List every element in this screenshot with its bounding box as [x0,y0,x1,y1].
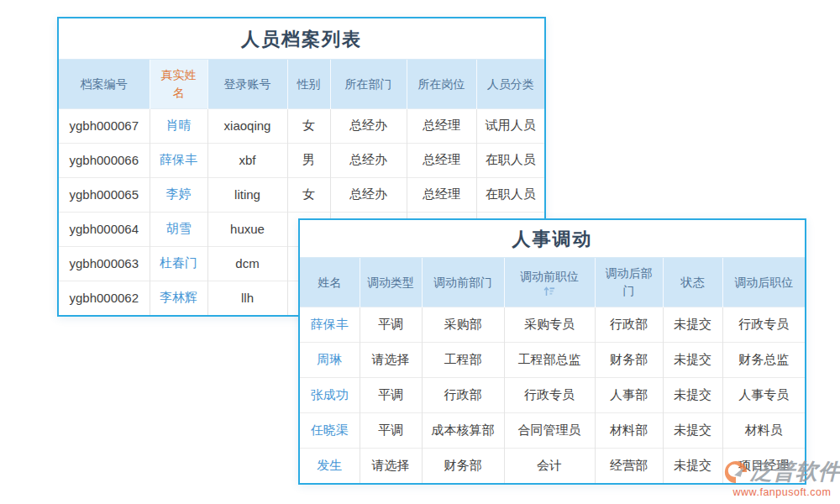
person-name-link[interactable]: 薛保丰 [150,143,207,177]
table-row: 发生请选择财务部会计经营部未提交项目经理 [300,448,805,483]
table-cell: 工程部 [422,342,504,377]
column-header[interactable]: 所在部门 [330,60,407,108]
column-header[interactable]: 调动后部门 [595,258,663,307]
table-cell: 女 [287,108,330,143]
column-header[interactable]: 性别 [287,60,330,108]
table-cell: 行政部 [595,307,663,342]
table-cell: 总经理 [407,143,476,177]
transfer-table-body: 薛保丰平调采购部采购专员行政部未提交行政专员周琳请选择工程部工程部总监财务部未提… [300,307,805,483]
header-row: 姓名调动类型调动前部门调动前职位调动后部门状态调动后职位 [300,258,805,307]
archive-table-header: 档案编号真实姓名登录账号性别所在部门所在岗位人员分类 [59,60,544,108]
table-cell: ygbh000063 [59,246,150,281]
table-cell: 财务部 [422,448,504,483]
transfer-table-header: 姓名调动类型调动前部门调动前职位调动后部门状态调动后职位 [300,258,805,307]
table-cell: 未提交 [663,307,722,342]
column-header[interactable]: 状态 [663,258,722,307]
table-cell: 成本核算部 [422,412,504,448]
person-name-link[interactable]: 周琳 [300,342,360,377]
table-cell: 未提交 [663,377,722,412]
column-header-label: 档案编号 [66,76,143,92]
header-row: 档案编号真实姓名登录账号性别所在部门所在岗位人员分类 [59,60,544,108]
person-name-link[interactable]: 张成功 [300,377,360,412]
table-cell: ygbh000067 [59,108,150,143]
person-name-link[interactable]: 李婷 [150,177,207,212]
column-header-label: 调动前职位 [512,268,588,285]
table-cell: 财务部 [595,342,663,377]
table-cell: xbf [207,143,287,177]
person-name-link[interactable]: 李林辉 [150,281,207,315]
person-name-link[interactable]: 杜春门 [150,246,207,281]
table-cell: 试用人员 [476,108,544,143]
sort-ascending-icon[interactable] [512,286,588,297]
column-header[interactable]: 登录账号 [207,60,287,108]
page-background: 人员档案列表 档案编号真实姓名登录账号性别所在部门所在岗位人员分类 ygbh00… [0,0,840,504]
table-cell: ygbh000064 [59,212,150,246]
column-header-label: 调动后职位 [730,274,799,291]
table-cell: 女 [287,177,330,212]
column-header[interactable]: 人员分类 [476,60,544,108]
watermark-url: www.fanpusoft.com [724,486,840,498]
column-header-label: 调动前部门 [429,274,497,291]
table-row: 周琳请选择工程部工程部总监财务部未提交财务总监 [300,342,805,377]
table-cell: 平调 [360,377,422,412]
column-header[interactable]: 姓名 [300,258,360,307]
person-name-link[interactable]: 薛保丰 [300,307,360,342]
table-cell: xiaoqing [207,108,287,143]
table-cell: 财务总监 [722,342,805,377]
table-row: 任晓渠平调成本核算部合同管理员材料部未提交材料员 [300,412,805,448]
table-row: ygbh000065李婷liting女总经办总经理在职人员 [59,177,544,212]
table-cell: 未提交 [663,342,722,377]
column-header[interactable]: 调动前职位 [504,258,595,307]
table-cell: 总经办 [330,108,407,143]
table-cell: ygbh000066 [59,143,150,177]
table-cell: 平调 [360,307,422,342]
table-cell: 项目经理 [722,448,805,483]
table-cell: 男 [287,143,330,177]
table-row: 薛保丰平调采购部采购专员行政部未提交行政专员 [300,307,805,342]
table-cell: 行政专员 [722,307,805,342]
table-cell: 平调 [360,412,422,448]
person-name-link[interactable]: 胡雪 [150,212,207,246]
column-header[interactable]: 档案编号 [59,60,150,108]
table-cell: ygbh000065 [59,177,150,212]
table-row: 张成功平调行政部行政专员人事部未提交人事专员 [300,377,805,412]
person-name-link[interactable]: 发生 [300,448,360,483]
table-cell: 行政专员 [504,377,595,412]
table-cell: 采购部 [422,307,504,342]
column-header-label: 调动类型 [367,274,415,291]
column-header[interactable]: 调动后职位 [722,258,805,307]
table-row: ygbh000066薛保丰xbf男总经办总经理在职人员 [59,143,544,177]
column-header-label: 性别 [295,76,323,92]
table-cell: 总经办 [330,143,407,177]
table-cell: 未提交 [663,412,722,448]
table-cell: 会计 [504,448,595,483]
transfer-table-title: 人事调动 [300,220,805,258]
person-name-link[interactable]: 任晓渠 [300,412,360,448]
table-cell: 在职人员 [476,143,544,177]
column-header[interactable]: 所在岗位 [407,60,476,108]
column-header[interactable]: 调动类型 [360,258,422,307]
column-header-label: 登录账号 [215,76,281,92]
table-cell: 工程部总监 [504,342,595,377]
table-cell: dcm [207,246,287,281]
column-header-label: 状态 [670,274,716,291]
column-header[interactable]: 调动前部门 [422,258,504,307]
column-header-label: 调动后部门 [602,265,656,299]
column-header[interactable]: 真实姓名 [150,60,207,108]
person-name-link[interactable]: 肖晴 [150,108,207,143]
column-header-label: 人员分类 [484,76,538,92]
table-cell: 人事专员 [722,377,805,412]
table-cell: 人事部 [595,377,663,412]
table-cell: 采购专员 [504,307,595,342]
personnel-transfer-panel: 人事调动 姓名调动类型调动前部门调动前职位调动后部门状态调动后职位 薛保丰平调采… [298,218,806,485]
table-cell: huxue [207,212,287,246]
table-row: ygbh000067肖晴xiaoqing女总经办总经理试用人员 [59,108,544,143]
table-cell: 总经理 [407,177,476,212]
table-cell: 材料员 [722,412,805,448]
table-cell: 经营部 [595,448,663,483]
table-cell: 合同管理员 [504,412,595,448]
table-cell: 总经办 [330,177,407,212]
column-header-label: 姓名 [307,274,353,291]
table-cell: 在职人员 [476,177,544,212]
archive-table-title: 人员档案列表 [59,18,544,60]
